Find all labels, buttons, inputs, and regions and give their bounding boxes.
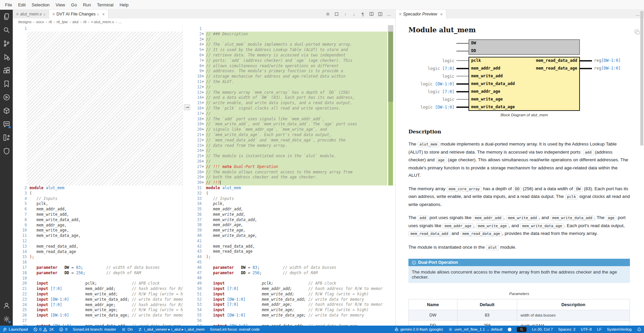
activity-package-icon[interactable] (0, 104, 13, 117)
activity-comment-icon[interactable] (0, 117, 13, 131)
code-line[interactable]: 4+// The `alut_mem` module implements a … (191, 42, 395, 47)
breadcrumb-item[interactable]: designs (18, 20, 32, 24)
menu-file[interactable]: File (2, 1, 15, 9)
breadcrumb[interactable]: designs›socv›rtl›rtl_lpw›alut›rtl›≡alut_… (13, 18, 395, 25)
code-line[interactable]: 18 parameter DD = 256; // depth of RAM (13, 270, 183, 276)
status-item-i-alut-veneer-i-alut-i-alut-me[interactable]: i_alut_veneer ▸ i_alut ▸ i_alut_mem (135, 326, 207, 333)
code-line[interactable]: 1 (13, 26, 183, 32)
code-line[interactable]: 44); (191, 254, 395, 260)
code-line[interactable]: 22 input mem_write_add; // R/W flag (wri… (13, 292, 183, 297)
breadcrumb-item[interactable]: ≡alut_mem.v (91, 20, 114, 24)
code-line[interactable]: 23+// data read from the memory array. (191, 143, 395, 149)
code-line[interactable]: 7+// ports: `add` (address checker) and … (191, 58, 395, 64)
diff-modified-pane[interactable]: 12+// ### Description3+//4+// The `alut_… (191, 25, 395, 326)
menu-terminal[interactable]: Terminal (94, 1, 116, 9)
code-line[interactable]: 13 mem_read_data_add, (13, 244, 183, 249)
code-line[interactable]: 38 mem_addr_age, (191, 222, 395, 228)
status-item-on[interactable]: On (119, 326, 135, 333)
code-line[interactable]: 18+// The `add` port uses signals like `… (191, 117, 395, 122)
editor-action-arrow-up-icon[interactable]: ↑ (342, 10, 349, 18)
status-item-launchpad[interactable]: Launchpad (0, 326, 31, 333)
code-line[interactable]: 56 (191, 318, 395, 324)
close-icon[interactable]: × (440, 12, 443, 17)
code-line[interactable]: 25 input mem_write_age; // R/W flag (wri… (13, 307, 183, 313)
activity-extensions-icon[interactable] (0, 64, 13, 77)
code-line[interactable]: 45 (191, 260, 395, 265)
status-item-0[interactable]: 0 (56, 326, 70, 333)
menu-edit[interactable]: Edit (15, 1, 29, 9)
code-line[interactable]: 41 (191, 239, 395, 244)
code-line[interactable]: 24+// (191, 148, 395, 154)
editor-action-split-icon[interactable] (377, 10, 384, 18)
code-line[interactable]: 27 (13, 318, 183, 324)
editor-action-arrow-down-icon[interactable]: ↓ (350, 10, 358, 18)
breadcrumb-item[interactable]: rtl (49, 20, 52, 24)
code-line[interactable]: 48 (191, 276, 395, 281)
code-line[interactable]: 32( (191, 191, 395, 196)
code-line[interactable]: 35 mem_addr_add, (191, 207, 395, 212)
code-line[interactable]: 25+// The module is instantiated once in… (191, 154, 395, 159)
code-line[interactable]: 5 pclk, (13, 201, 183, 207)
tab-specador-preview[interactable]: ≡Specador Preview× (396, 10, 446, 18)
code-line[interactable]: 39 mem_write_age, (191, 228, 395, 233)
code-line[interactable]: 21+// `mem_write_data_age`. Each port's … (191, 132, 395, 138)
code-line[interactable]: 8 mem_write_data_add, (13, 217, 183, 223)
code-line[interactable]: 26+// (191, 159, 395, 164)
status-item-sonarlint-branch-master[interactable]: SonarLint branch: master (70, 326, 119, 333)
status-item-lf[interactable]: LF (594, 326, 604, 333)
code-line[interactable]: 20 input pclk; // APB clock (13, 281, 183, 286)
preview-scrollbar[interactable] (640, 11, 643, 145)
code-line[interactable]: 53 input [7:0] mem_addr_age; // hash add… (191, 302, 395, 307)
menu-selection[interactable]: Selection (29, 1, 52, 9)
tab-dvt-ai-file-changes[interactable]: ≡DVT AI File Changesc× (49, 10, 108, 18)
activity-bookmark-icon[interactable] (0, 77, 13, 90)
code-line[interactable]: 23 input [DW-1:0] mem_write_data_add; //… (13, 297, 183, 302)
editor-action-book-icon[interactable] (368, 10, 375, 18)
code-line[interactable]: 22+// `mem_read_data_add` and `mem_read_… (191, 138, 395, 143)
code-line[interactable]: 28+// The module allows concurrent acces… (191, 170, 395, 175)
code-line[interactable]: 14 mem_read_data_age (13, 249, 183, 255)
menu-go[interactable]: Go (68, 1, 80, 9)
code-line[interactable]: 3+// (191, 37, 395, 42)
code-line[interactable]: 9 mem_addr_age, (13, 223, 183, 228)
status-item-gemini-2-0-flash-google-[interactable]: gemini-2.0-flash (google) (392, 326, 446, 333)
code-line[interactable]: 15); (13, 254, 183, 260)
status-item-spaces-3[interactable]: Spaces: 3 (555, 326, 578, 333)
activity-shield-icon[interactable] (0, 144, 13, 158)
code-line[interactable]: 2module alut_mem (13, 185, 183, 191)
code-line[interactable]: 29+// both the address checker and the a… (191, 175, 395, 180)
code-line[interactable]: 55 input [DW-1:0] mem_write_data_age; //… (191, 313, 395, 318)
code-line[interactable]: 47 parameter DD = 256; // depth of RAM (191, 270, 395, 276)
scrollbar-thumb[interactable] (388, 25, 393, 102)
overview-ruler[interactable] (388, 25, 393, 326)
code-line[interactable]: 46 parameter DW = 83; // width of data b… (191, 265, 395, 270)
status-item-uvm-ref-flow-1-1-default[interactable]: uvm_ref_flow_1.1 → default (446, 326, 505, 333)
code-line[interactable]: 21 input [7:0] mem_addr_add; // hash add… (13, 286, 183, 292)
menu-run[interactable]: Run (80, 1, 94, 9)
code-line[interactable]: 37 mem_write_data_add, (191, 217, 395, 223)
diff-original-pane[interactable]: 12module alut_mem3(4 // Inputs5 pclk,6 m… (13, 25, 183, 326)
status-indicator-circle[interactable] (505, 326, 514, 333)
code-line[interactable]: 9+// addresses. The module's primary fun… (191, 69, 395, 74)
code-line[interactable]: 27+// !!! note Dual-Port Operation (191, 164, 395, 170)
status-item-sonarlint-focus-overall-code[interactable]: SonarLint focus: overall code (207, 326, 262, 333)
editor-action-gear-icon[interactable] (324, 10, 332, 18)
code-line[interactable]: 50 input [7:0] mem_addr_add; // hash add… (191, 286, 395, 292)
editor-action-ellipsis-icon[interactable]: … (385, 10, 393, 18)
code-line[interactable]: 8+// allows simultaneous read/write oper… (191, 64, 395, 69)
code-line[interactable]: 12+// (191, 85, 395, 90)
breadcrumb-item[interactable]: ... (118, 20, 122, 24)
breadcrumb-item[interactable]: socv (36, 20, 44, 24)
activity-gear-icon[interactable] (0, 312, 13, 326)
code-line[interactable]: 10+// storage mechanism for address and … (191, 74, 395, 79)
activity-play-circle-icon[interactable] (0, 90, 13, 104)
breadcrumb-item[interactable]: rtl_lpw (56, 20, 67, 24)
code-line[interactable]: 51 input mem_write_add; // R/W flag (wri… (191, 292, 395, 297)
activity-files-icon[interactable] (0, 10, 13, 23)
code-line[interactable]: 17+// (191, 111, 395, 117)
code-line[interactable]: 34 pclk, (191, 201, 395, 207)
breadcrumb-item[interactable]: rtl (83, 20, 87, 24)
code-line[interactable]: 42 mem_read_data_add, (191, 244, 395, 249)
status-item-bell[interactable] (634, 326, 644, 333)
activity-debug-icon[interactable] (0, 50, 13, 64)
